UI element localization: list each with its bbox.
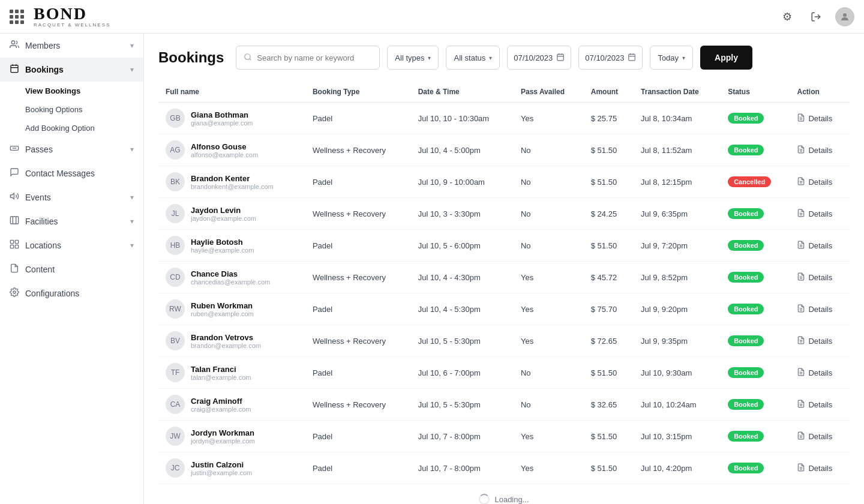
details-button[interactable]: Details <box>797 113 842 124</box>
types-filter[interactable]: All types ▾ <box>387 46 439 70</box>
cell-status: Booked <box>721 293 790 325</box>
user-name: Talan Franci <box>191 365 251 374</box>
sidebar-item-bookings-label: Bookings <box>25 65 64 74</box>
details-button[interactable]: Details <box>797 177 842 187</box>
cell-datetime: Jul 10, 4 - 4:30pm <box>411 262 514 293</box>
user-email: giana@example.com <box>191 119 253 127</box>
sidebar-item-contact-messages[interactable]: Contact Messages <box>0 161 143 185</box>
cell-fullname: GB Giana Bothman giana@example.com <box>158 103 305 134</box>
sidebar-item-locations[interactable]: Locations ▾ <box>0 233 143 257</box>
details-button[interactable]: Details <box>797 336 842 346</box>
cell-action: Details <box>790 389 850 421</box>
sidebar-item-passes[interactable]: Passes ▾ <box>0 137 143 161</box>
calendar-icon <box>556 53 565 63</box>
svg-line-19 <box>250 58 251 60</box>
user-info: Jaydon Levin jaydon@example.com <box>191 206 256 222</box>
sidebar-item-contact-label: Contact Messages <box>25 169 95 178</box>
apply-button[interactable]: Apply <box>700 46 752 70</box>
chevron-down-icon: ▾ <box>130 241 134 250</box>
user-info: Brandon Kenter brandonkent@example.com <box>191 174 274 190</box>
sidebar-sub-add-booking-option[interactable]: Add Booking Option <box>0 119 143 137</box>
search-input[interactable] <box>257 53 372 62</box>
events-icon <box>10 191 19 203</box>
sidebar-item-configurations[interactable]: Configurations <box>0 281 143 305</box>
settings-icon[interactable]: ⚙ <box>778 7 797 26</box>
date-from-input[interactable]: 07/10/2023 <box>507 46 571 70</box>
details-label: Details <box>808 273 832 282</box>
cell-pass: Yes <box>514 421 584 452</box>
details-label: Details <box>808 400 832 409</box>
date-to-input[interactable]: 07/10/2023 <box>578 46 643 70</box>
chevron-down-icon: ▾ <box>130 41 134 50</box>
col-status: Status <box>721 82 790 103</box>
sidebar-item-members[interactable]: Members ▾ <box>0 34 143 58</box>
chevron-down-icon: ▾ <box>130 65 134 74</box>
status-filter[interactable]: All status ▾ <box>446 46 500 70</box>
sidebar-sub-booking-options[interactable]: Booking Options <box>0 100 143 119</box>
sidebar-item-facilities[interactable]: Facilities ▾ <box>0 209 143 233</box>
sidebar-item-content[interactable]: Content <box>0 257 143 281</box>
loading-indicator: Loading... <box>158 484 850 504</box>
cell-fullname: JL Jaydon Levin jaydon@example.com <box>158 198 305 230</box>
date-range-select[interactable]: Today ▾ <box>650 46 693 70</box>
cell-action: Details <box>790 262 850 293</box>
cell-amount: $ 25.75 <box>584 103 634 134</box>
details-button[interactable]: Details <box>797 209 842 219</box>
table-row: AG Alfonso Gouse alfonso@example.com Wel… <box>158 134 850 166</box>
user-email: chancedias@example.com <box>191 278 270 286</box>
sidebar-item-passes-label: Passes <box>25 145 53 154</box>
cell-pass: No <box>514 230 584 262</box>
status-badge: Booked <box>728 240 764 251</box>
details-button[interactable]: Details <box>797 304 842 314</box>
details-icon <box>797 272 805 283</box>
cell-action: Details <box>790 134 850 166</box>
svg-rect-15 <box>10 245 13 248</box>
logout-icon[interactable] <box>806 7 826 26</box>
cell-amount: $ 75.70 <box>584 293 634 325</box>
topbar: BOND RACQUET & WELLNESS ⚙ <box>0 0 864 34</box>
user-avatar: JL <box>166 204 185 223</box>
topbar-left: BOND RACQUET & WELLNESS <box>10 5 110 28</box>
search-box[interactable] <box>236 46 380 70</box>
sidebar-item-events[interactable]: Events ▾ <box>0 185 143 209</box>
sidebar-sub-view-bookings[interactable]: View Bookings <box>0 82 143 100</box>
details-button[interactable]: Details <box>797 368 842 378</box>
avatar[interactable] <box>835 7 854 26</box>
cell-fullname: CD Chance Dias chancedias@example.com <box>158 262 305 293</box>
cell-action: Details <box>790 198 850 230</box>
cell-amount: $ 32.65 <box>584 389 634 421</box>
grid-icon[interactable] <box>10 10 24 24</box>
col-pass: Pass Availed <box>514 82 584 103</box>
details-button[interactable]: Details <box>797 241 842 251</box>
table-header: Full name Booking Type Date & Time Pass … <box>158 82 850 103</box>
details-button[interactable]: Details <box>797 145 842 155</box>
cell-action: Details <box>790 166 850 198</box>
facilities-icon <box>10 215 19 227</box>
bookings-submenu: View Bookings Booking Options Add Bookin… <box>0 82 143 137</box>
table-row: JL Jaydon Levin jaydon@example.com Welln… <box>158 198 850 230</box>
user-avatar: RW <box>166 299 185 319</box>
details-button[interactable]: Details <box>797 272 842 283</box>
user-name: Brandon Kenter <box>191 174 274 183</box>
user-email: ruben@example.com <box>191 310 254 317</box>
details-button[interactable]: Details <box>797 431 842 442</box>
user-email: justin@example.com <box>191 469 252 476</box>
details-icon <box>797 177 805 187</box>
cell-action: Details <box>790 452 850 484</box>
cell-transaction-date: Jul 8, 11:52am <box>634 134 721 166</box>
cell-fullname: AG Alfonso Gouse alfonso@example.com <box>158 134 305 166</box>
details-button[interactable]: Details <box>797 463 842 473</box>
status-badge: Booked <box>728 431 764 442</box>
user-email: talan@example.com <box>191 374 251 381</box>
sidebar-item-bookings[interactable]: Bookings ▾ <box>0 58 143 82</box>
table-row: CA Craig Aminoff craig@example.com Welln… <box>158 389 850 421</box>
status-badge: Booked <box>728 272 764 283</box>
cell-booking-type: Padel <box>305 293 411 325</box>
details-button[interactable]: Details <box>797 400 842 410</box>
main-content: Bookings All types ▾ All status ▾ 07/10/… <box>144 0 864 504</box>
cell-booking-type: Wellness + Recovery <box>305 198 411 230</box>
cell-pass: No <box>514 198 584 230</box>
user-name: Haylie Botosh <box>191 238 254 247</box>
user-name: Justin Calzoni <box>191 460 252 469</box>
content-icon <box>10 263 19 275</box>
